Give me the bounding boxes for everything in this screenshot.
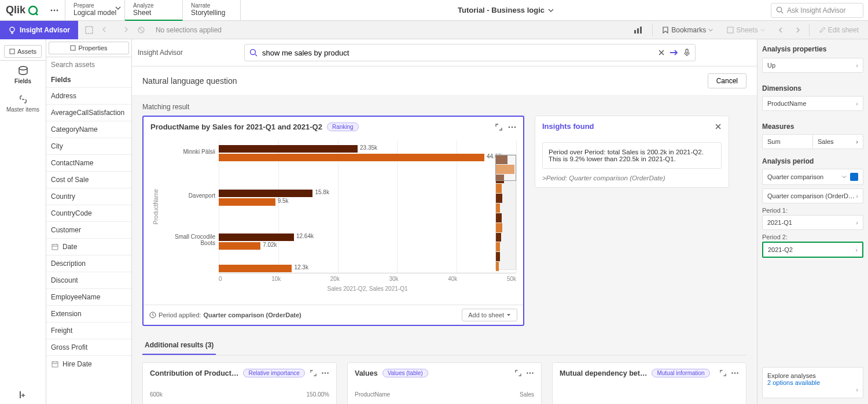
additional-tab[interactable]: Additional results (3) (142, 336, 216, 355)
rail-fields[interactable]: Fields (0, 61, 46, 89)
canvas-body[interactable]: Matching result ProductName by Sales for… (132, 96, 757, 404)
chevron-down-icon[interactable] (115, 5, 121, 11)
bookmarks-button[interactable]: Bookmarks (657, 24, 718, 36)
sheets-label: Sheets (736, 26, 757, 34)
sheets-button[interactable]: Sheets (722, 24, 769, 36)
rp-measures: Measures (762, 123, 863, 131)
rp-dimensions: Dimensions (762, 84, 863, 92)
field-city[interactable]: City (46, 138, 131, 154)
rp-p1-select[interactable]: 2021-Q1› (762, 215, 863, 230)
tab-narrate[interactable]: Narrate Storytelling (183, 0, 241, 21)
nlq-input[interactable] (262, 49, 653, 57)
field-date[interactable]: Date (46, 238, 131, 255)
more-menu-icon[interactable] (44, 0, 65, 21)
rp-period-toggle[interactable]: Quarter comparison (762, 169, 863, 185)
svg-point-21 (512, 126, 513, 128)
chart-options-icon[interactable] (629, 23, 648, 37)
insight-advisor-button[interactable]: Insight Advisor (0, 21, 78, 39)
date-icon (51, 243, 59, 251)
selection-tools: No selections applied (78, 25, 227, 35)
svg-point-18 (251, 50, 256, 55)
svg-point-3 (57, 9, 58, 11)
mini-card[interactable]: Mutual dependency bet…Mutual information (552, 362, 746, 404)
next-sheet-button[interactable] (792, 24, 804, 36)
rp-dimension-value[interactable]: ProductName› (762, 96, 863, 111)
rp-explore[interactable]: Explore analyses 2 options available › (762, 367, 863, 398)
rail-master-items[interactable]: Master items (0, 89, 46, 117)
field-gross-profit[interactable]: Gross Profit (46, 339, 131, 355)
rp-period-detail[interactable]: Quarter comparison (OrderD…› (762, 188, 863, 203)
fields-list[interactable]: AddressAverageCallSatisfactionCategoryNa… (46, 87, 131, 404)
search-assets-input[interactable] (51, 61, 127, 69)
rail-add-button[interactable] (14, 386, 32, 404)
step-back-icon[interactable] (101, 25, 112, 35)
nlq-title: Natural language question (142, 76, 237, 86)
more-icon[interactable] (526, 370, 534, 376)
fields-search[interactable] (46, 57, 131, 72)
expand-icon[interactable] (720, 370, 726, 376)
ask-insight-input[interactable]: Ask Insight Advisor (771, 3, 863, 18)
app-title[interactable]: Tutorial - Business logic (458, 6, 554, 14)
cancel-button[interactable]: Cancel (708, 73, 746, 88)
expand-icon[interactable] (495, 124, 502, 131)
field-discount[interactable]: Discount (46, 272, 131, 288)
rp-period-title: Analysis period (762, 157, 814, 165)
field-address[interactable]: Address (46, 87, 131, 104)
tab-analyze[interactable]: Analyze Sheet (125, 0, 183, 21)
rp-period-select-label: Quarter comparison (767, 173, 823, 180)
chart-area[interactable]: ProductName Minnki PälsiiDavenportSmall … (144, 137, 523, 305)
close-icon[interactable] (715, 123, 722, 130)
edit-sheet-button[interactable]: Edit sheet (814, 24, 863, 36)
checkbox-on-icon[interactable] (850, 173, 858, 181)
mini-sub1: ProductName (355, 391, 390, 398)
field-cost-of-sale[interactable]: Cost of Sale (46, 171, 131, 188)
main-layout: Assets Fields Master items Properties Fi… (0, 39, 868, 404)
clear-selections-icon[interactable] (136, 25, 146, 35)
smart-search-icon[interactable] (84, 25, 94, 35)
field-categoryname[interactable]: CategoryName (46, 121, 131, 138)
field-label: Freight (51, 327, 72, 335)
field-description[interactable]: Description (46, 255, 131, 272)
properties-label: Properties (78, 45, 107, 51)
chart-minimap[interactable] (495, 154, 516, 270)
field-customer[interactable]: Customer (46, 221, 131, 238)
rp-explore-label: Explore analyses (767, 372, 858, 379)
field-hire-date[interactable]: Hire Date (46, 355, 131, 372)
properties-toggle[interactable]: Properties (49, 42, 129, 54)
svg-rect-9 (637, 28, 639, 34)
more-icon[interactable] (731, 370, 739, 376)
chevron-down-icon (842, 175, 847, 179)
rp-up[interactable]: Up› (762, 58, 863, 73)
field-averagecallsatisfaction[interactable]: AverageCallSatisfaction (46, 104, 131, 121)
mini-card[interactable]: Contribution of Product…Relative importa… (142, 362, 337, 404)
clear-icon[interactable] (658, 49, 665, 56)
svg-rect-14 (20, 391, 21, 398)
svg-point-25 (325, 372, 326, 373)
rp-options-link[interactable]: 2 options available (767, 379, 858, 386)
tab-prepare[interactable]: Prepare Logical model (65, 0, 125, 21)
field-extension[interactable]: Extension (46, 305, 131, 322)
more-icon[interactable] (321, 370, 329, 376)
assets-toggle[interactable]: Assets (4, 45, 42, 58)
expand-icon[interactable] (310, 370, 317, 376)
rp-agg[interactable]: Sum (762, 134, 812, 149)
expand-icon[interactable] (515, 370, 521, 376)
prev-sheet-button[interactable] (774, 24, 787, 36)
field-employeename[interactable]: EmployeeName (46, 288, 131, 305)
submit-icon[interactable] (670, 49, 679, 56)
rp-p2-select[interactable]: 2021-Q2› (762, 242, 863, 258)
field-countrycode[interactable]: CountryCode (46, 205, 131, 221)
field-contactname[interactable]: ContactName (46, 154, 131, 171)
svg-point-22 (514, 126, 516, 128)
bookmarks-label: Bookmarks (671, 26, 706, 34)
rp-measure[interactable]: Sales› (812, 134, 863, 149)
mini-card[interactable]: ValuesValues (table)ProductNameSales (347, 362, 542, 404)
rp-period-detail-label: Quarter comparison (OrderD… (767, 192, 855, 199)
microphone-icon[interactable] (683, 49, 690, 57)
field-country[interactable]: Country (46, 188, 131, 205)
field-freight[interactable]: Freight (46, 322, 131, 339)
svg-point-26 (327, 372, 328, 373)
more-icon[interactable] (508, 124, 516, 131)
step-forward-icon[interactable] (119, 25, 129, 35)
add-to-sheet-button[interactable]: Add to sheet (462, 309, 517, 321)
